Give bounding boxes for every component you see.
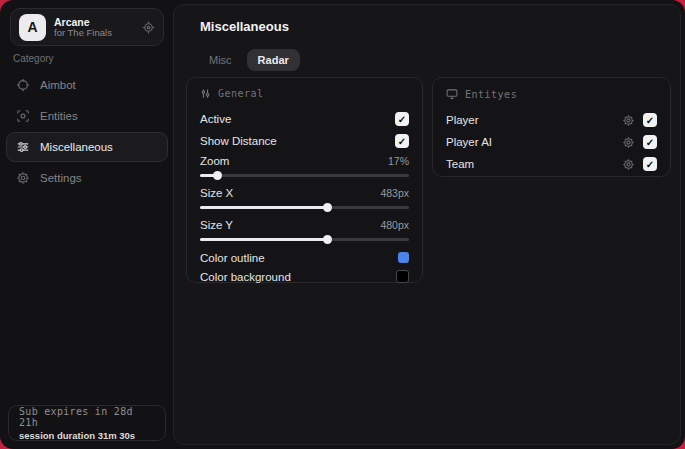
tab-misc[interactable]: Misc — [198, 49, 243, 71]
size-x-slider-group: Size X 483px — [200, 184, 409, 213]
general-header-label: General — [218, 88, 264, 99]
session-duration-text: session duration 31m 30s — [19, 430, 155, 441]
sidebar-item-settings[interactable]: Settings — [6, 163, 168, 193]
crosshair-icon — [16, 78, 30, 92]
app-name: Arcane — [54, 16, 134, 28]
active-checkbox[interactable]: ✓ — [395, 112, 409, 126]
scan-icon — [16, 109, 30, 123]
toggle-label: Active — [200, 113, 231, 125]
sidebar-nav: Aimbot Entities — [6, 70, 168, 194]
slider-value: 480px — [380, 219, 409, 231]
size-x-slider[interactable] — [200, 202, 409, 213]
slider-label: Zoom — [200, 155, 229, 167]
sidebar-item-label: Miscellaneous — [40, 141, 113, 153]
player-checkbox[interactable]: ✓ — [643, 113, 657, 127]
entity-row-team: Team ✓ — [446, 153, 657, 175]
sidebar-item-label: Aimbot — [40, 79, 76, 91]
toggle-row-show-distance: Show Distance ✓ — [200, 130, 409, 152]
entities-card: Entityes Player ✓ — [432, 77, 671, 177]
sliders-icon — [16, 140, 30, 154]
gear-icon[interactable] — [142, 21, 155, 34]
sidebar-item-miscellaneous[interactable]: Miscellaneous — [6, 132, 168, 162]
color-label: Color outline — [200, 252, 265, 264]
entity-row-player-ai: Player AI ✓ — [446, 131, 657, 153]
sidebar-item-entities[interactable]: Entities — [6, 101, 168, 131]
color-background-row: Color background — [200, 267, 409, 286]
slider-value: 17% — [388, 155, 409, 167]
entities-header-label: Entityes — [465, 89, 517, 100]
zoom-slider[interactable] — [200, 170, 409, 181]
slider-value: 483px — [380, 187, 409, 199]
entity-row-player: Player ✓ — [446, 109, 657, 131]
general-card-header: General — [200, 88, 409, 99]
slider-label: Size X — [200, 187, 233, 199]
monitor-icon — [446, 88, 458, 100]
show-distance-checkbox[interactable]: ✓ — [395, 134, 409, 148]
general-card: General Active ✓ Show Distance ✓ Zoom 17… — [186, 77, 423, 283]
sidebar-item-label: Settings — [40, 172, 82, 184]
size-y-slider-group: Size Y 480px — [200, 216, 409, 245]
slider-thumb[interactable] — [323, 203, 332, 212]
profile-card: A Arcane for The Finals — [10, 8, 164, 46]
gear-icon[interactable] — [622, 114, 635, 127]
tab-radar[interactable]: Radar — [247, 49, 300, 71]
sidebar: A Arcane for The Finals Category — [0, 0, 174, 449]
color-outline-row: Color outline — [200, 248, 409, 267]
color-background-swatch[interactable] — [396, 270, 409, 283]
gear-icon — [16, 171, 30, 185]
sub-expires-text: Sub expires in 28d 21h — [19, 406, 155, 428]
toggle-row-active: Active ✓ — [200, 108, 409, 130]
color-label: Color background — [200, 271, 291, 283]
category-label: Category — [13, 53, 54, 64]
zoom-slider-group: Zoom 17% — [200, 152, 409, 181]
tab-bar: Misc Radar — [198, 49, 300, 71]
sidebar-item-aimbot[interactable]: Aimbot — [6, 70, 168, 100]
entity-label: Player — [446, 114, 479, 126]
entities-card-header: Entityes — [446, 88, 657, 100]
profile-text: Arcane for The Finals — [54, 16, 134, 39]
size-y-slider[interactable] — [200, 234, 409, 245]
color-outline-swatch[interactable] — [398, 252, 409, 263]
main-panel: Miscellaneous Misc Radar General — [173, 4, 681, 445]
sidebar-item-label: Entities — [40, 110, 78, 122]
subscription-card: Sub expires in 28d 21h session duration … — [8, 405, 166, 441]
team-checkbox[interactable]: ✓ — [643, 157, 657, 171]
desktop-background: A Arcane for The Finals Category — [0, 0, 685, 449]
slider-thumb[interactable] — [323, 235, 332, 244]
page-title: Miscellaneous — [200, 19, 289, 34]
app-logo: A — [19, 14, 46, 41]
toggle-label: Show Distance — [200, 135, 277, 147]
app-subtitle: for The Finals — [54, 28, 134, 39]
entity-label: Player AI — [446, 136, 492, 148]
player-ai-checkbox[interactable]: ✓ — [643, 135, 657, 149]
slider-label: Size Y — [200, 219, 233, 231]
app-window: A Arcane for The Finals Category — [0, 0, 685, 449]
slider-thumb[interactable] — [213, 171, 222, 180]
sliders-icon — [200, 88, 211, 99]
entity-label: Team — [446, 158, 474, 170]
gear-icon[interactable] — [622, 158, 635, 171]
gear-icon[interactable] — [622, 136, 635, 149]
